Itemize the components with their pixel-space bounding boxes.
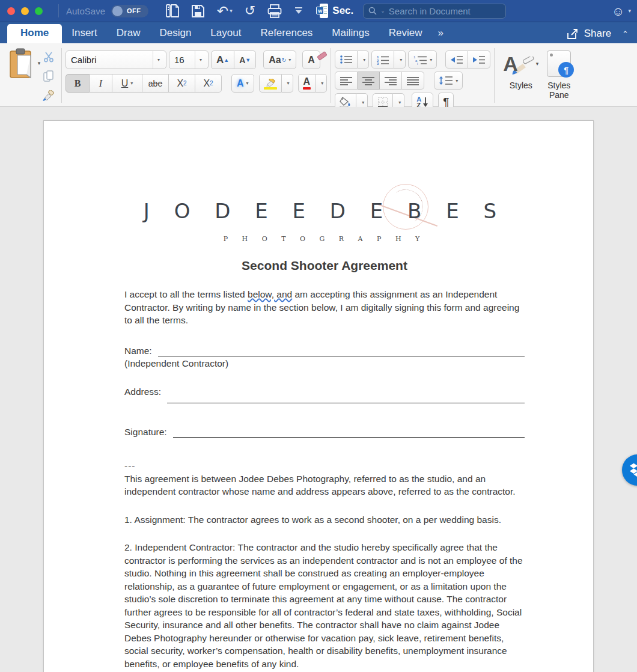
shrink-font-button[interactable]: A▼	[234, 50, 256, 69]
bold-button[interactable]: B	[66, 74, 90, 93]
section-divider: ---	[124, 460, 525, 471]
tab-layout[interactable]: Layout	[201, 23, 251, 43]
svg-text:i: i	[417, 62, 418, 65]
paste-button[interactable]	[8, 48, 34, 82]
numbering-button[interactable]: 123	[371, 50, 394, 69]
underline-button[interactable]: U ▾	[112, 74, 142, 93]
tab-overflow-button[interactable]: »	[431, 23, 448, 43]
paste-dropdown-icon[interactable]: ▾	[38, 60, 41, 66]
address-label: Address:	[124, 386, 161, 397]
tab-insert[interactable]: Insert	[62, 23, 107, 43]
search-input[interactable]: ⌄ Search in Document	[363, 4, 506, 19]
zoom-window-button[interactable]	[35, 7, 43, 15]
text-effects-button[interactable]: A ▾	[231, 74, 254, 93]
close-window-button[interactable]	[7, 7, 15, 15]
numbering-caret-button[interactable]: ▾	[394, 50, 406, 69]
bullets-caret-button[interactable]: ▾	[358, 50, 369, 69]
bullets-button[interactable]	[335, 50, 358, 69]
tab-home[interactable]: Home	[7, 24, 62, 43]
justify-button[interactable]	[402, 72, 424, 90]
tab-review[interactable]: Review	[379, 23, 432, 43]
italic-button[interactable]: I	[90, 74, 112, 93]
share-icon[interactable]	[567, 28, 579, 40]
multilevel-caret-icon: ▾	[430, 57, 432, 63]
print-button[interactable]	[263, 2, 286, 19]
grammar-flagged-text: below, and	[248, 289, 292, 299]
document-title: Sec.	[332, 5, 353, 17]
cut-button[interactable]	[43, 52, 54, 65]
superscript-button[interactable]: X2	[195, 74, 222, 93]
change-case-button[interactable]: Aa ↻ ▾	[263, 50, 296, 69]
styles-pane-button[interactable]: ¶	[547, 48, 571, 79]
name-label: Name:	[124, 346, 152, 356]
minimize-window-button[interactable]	[21, 7, 29, 15]
align-left-button[interactable]	[335, 72, 358, 90]
multilevel-list-button[interactable]: 1ai ▾	[408, 50, 437, 69]
name-field: Name:	[124, 345, 525, 356]
font-color-button[interactable]: A	[298, 74, 316, 93]
align-center-button[interactable]	[358, 72, 380, 90]
tab-design[interactable]: Design	[150, 23, 201, 43]
line-spacing-caret-icon: ▾	[456, 78, 458, 84]
company-logo: J O D E E D E B E S P H O T O G R A P H …	[124, 199, 525, 243]
save-button[interactable]	[187, 2, 209, 19]
change-case-caret-icon: ▾	[288, 57, 291, 63]
svg-text:3: 3	[377, 62, 379, 65]
logo-subtitle: P H O T O G R A P H Y	[124, 235, 525, 243]
autosave-toggle-knob	[112, 6, 123, 16]
signature-field: Signature:	[124, 426, 525, 438]
strikethrough-button[interactable]: abe	[142, 74, 169, 93]
subscript-button[interactable]: X2	[169, 74, 195, 93]
clear-formatting-button[interactable]: A	[302, 50, 320, 69]
autosave-toggle[interactable]: OFF	[111, 5, 148, 17]
styles-pane-label: Styles Pane	[547, 81, 570, 100]
tab-references[interactable]: References	[251, 23, 322, 43]
font-name-caret-icon: ▾	[153, 57, 161, 63]
share-label[interactable]: Share	[584, 28, 611, 40]
underline-caret-icon: ▾	[130, 81, 133, 86]
address-blank-line[interactable]	[167, 392, 525, 403]
feedback-dropdown-icon[interactable]: ▾	[628, 8, 631, 14]
collapse-ribbon-icon[interactable]: ⌃	[622, 29, 629, 38]
tab-draw[interactable]: Draw	[107, 23, 150, 43]
undo-button[interactable]: ↶ ▾	[213, 2, 237, 19]
copy-button[interactable]	[43, 70, 54, 85]
format-painter-button[interactable]	[43, 90, 55, 105]
search-scope-chevron-icon[interactable]: ⌄	[380, 8, 385, 14]
signature-label: Signature:	[124, 427, 167, 438]
name-note: (Independent Contractor)	[124, 358, 525, 369]
dropbox-badge[interactable]	[622, 454, 637, 486]
intro-paragraph: I accept to all the terms listed below, …	[124, 288, 525, 327]
increase-indent-button[interactable]	[468, 50, 490, 69]
highlight-button[interactable]	[259, 74, 282, 93]
decrease-indent-button[interactable]	[445, 50, 468, 69]
styles-pane-pilcrow-icon: ¶	[558, 62, 574, 78]
undo-dropdown[interactable]: ▾	[230, 8, 233, 14]
assignment-paragraph: 1. Assignment: The contractor agrees to …	[124, 513, 525, 527]
tab-mailings[interactable]: Mailings	[322, 23, 379, 43]
font-name-select[interactable]: Calibri ▾	[66, 50, 166, 69]
align-right-button[interactable]	[380, 72, 402, 90]
styles-caret-icon: ▾	[536, 61, 539, 67]
ribbon: ▾ Paste Calibri ▾ 16	[0, 43, 637, 107]
new-document-button[interactable]	[162, 2, 183, 19]
titlebar-separator	[58, 4, 59, 17]
title-bar: AutoSave OFF ↶ ▾ ↺ w Sec. ⌄	[0, 0, 637, 22]
highlight-caret-button[interactable]: ▾	[282, 74, 293, 93]
window-controls	[7, 7, 43, 15]
ribbon-tab-bar: Home Insert Draw Design Layout Reference…	[0, 22, 637, 43]
document-page[interactable]: J O D E E D E B E S P H O T O G R A P H …	[43, 120, 594, 672]
toolbar-overflow-button[interactable]	[290, 2, 308, 19]
styles-button[interactable]: A ▾	[503, 48, 538, 79]
line-spacing-button[interactable]: ▾	[434, 72, 463, 90]
feedback-smiley-icon[interactable]: ☺	[612, 5, 624, 17]
independent-contractor-paragraph: 2. Independent Contractor: The contracto…	[124, 541, 525, 670]
signature-blank-line[interactable]	[173, 426, 525, 438]
grow-font-button[interactable]: A▲	[211, 50, 234, 69]
font-size-select[interactable]: 16 ▾	[169, 50, 209, 69]
name-blank-line[interactable]	[158, 345, 525, 356]
document-area: J O D E E D E B E S P H O T O G R A P H …	[0, 107, 637, 672]
word-document-icon: w	[316, 4, 328, 18]
redo-button[interactable]: ↺	[240, 2, 260, 19]
font-color-caret-button[interactable]: ▾	[315, 74, 327, 93]
